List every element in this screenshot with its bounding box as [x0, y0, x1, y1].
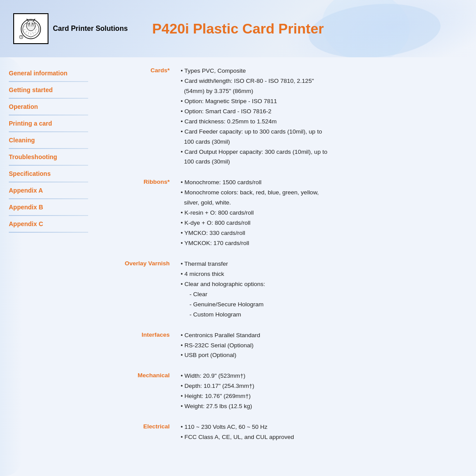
svg-point-1: [26, 20, 35, 31]
spec-electrical: Electrical 110 ~ 230 Volts AC, 60 ~ 50 H…: [106, 422, 458, 443]
list-item: Thermal transfer: [181, 259, 458, 269]
list-item: Monochrome: 1500 cards/roll: [181, 178, 458, 188]
main-content: General information Getting started Oper…: [0, 57, 476, 476]
svg-point-7: [32, 23, 33, 24]
sidebar-item-appendix-c[interactable]: Appendix C: [0, 217, 97, 231]
header: ® Card Printer Solutions P420i Plastic C…: [0, 0, 476, 57]
svg-text:®: ®: [21, 36, 22, 38]
svg-point-6: [29, 23, 30, 24]
sidebar-item-printing[interactable]: Printing a card: [0, 116, 97, 130]
list-item: 110 ~ 230 Volts AC, 60 ~ 50 Hz: [181, 422, 458, 432]
sidebar-divider: [9, 131, 88, 132]
spec-ribbons: Ribbons* Monochrome: 1500 cards/roll Mon…: [106, 178, 458, 249]
spec-details-overlay: Thermal transfer 4 microns thick Clear a…: [181, 259, 458, 320]
spec-label-overlay: Overlay Varnish: [106, 259, 176, 320]
list-item: Height: 10.76" (269mm†): [181, 391, 458, 402]
list-item: Card thickness: 0.25mm to 1.524m: [181, 117, 458, 127]
spec-overlay: Overlay Varnish Thermal transfer 4 micro…: [106, 259, 458, 320]
list-item: Card width/length: ISO CR-80 - ISO 7810,…: [181, 76, 458, 97]
list-item: Option: Smart Card - ISO 7816-2: [181, 107, 458, 117]
sidebar: General information Getting started Oper…: [0, 57, 97, 476]
list-item: K-dye + O: 800 cards/roll: [181, 218, 458, 228]
list-item: FCC Class A, CE, UL, and CUL approved: [181, 432, 458, 443]
sidebar-divider: [9, 98, 88, 99]
list-item: YMCKO: 330 cards/roll: [181, 228, 458, 238]
logo-area: ® Card Printer Solutions: [13, 13, 128, 44]
spec-details-electrical: 110 ~ 230 Volts AC, 60 ~ 50 Hz FCC Class…: [181, 422, 458, 443]
list-item: Option: Magnetic Stripe - ISO 7811: [181, 97, 458, 107]
sidebar-divider: [9, 215, 88, 216]
logo-box: ®: [13, 13, 48, 44]
list-item: Card Feeder capacity: up to 300 cards (1…: [181, 127, 458, 147]
spec-details-interfaces: Centronics Parallel Standard RS-232C Ser…: [181, 331, 458, 361]
spec-cards: Cards* Types PVC, Composite Card width/l…: [106, 66, 458, 167]
spec-label-cards: Cards*: [106, 66, 176, 167]
list-item: Width: 20.9" (523mm†): [181, 371, 458, 381]
logo-text: Card Printer Solutions: [53, 24, 128, 33]
list-item: RS-232C Serial (Optional): [181, 341, 458, 351]
sidebar-item-appendix-b[interactable]: Appendix B: [0, 200, 97, 214]
sidebar-divider: [9, 232, 88, 233]
spec-interfaces: Interfaces Centronics Parallel Standard …: [106, 331, 458, 361]
list-item: Weight: 27.5 lbs (12.5 kg): [181, 402, 458, 412]
spec-label-electrical: Electrical: [106, 422, 176, 443]
list-item: K-resin + O: 800 cards/roll: [181, 208, 458, 218]
sidebar-divider: [9, 165, 88, 166]
sidebar-item-general[interactable]: General information: [0, 66, 97, 80]
list-item: 4 microns thick: [181, 269, 458, 279]
sidebar-item-operation[interactable]: Operation: [0, 100, 97, 114]
zebra-logo-icon: ®: [18, 17, 44, 41]
list-item: Types PVC, Composite: [181, 66, 458, 76]
content-area: Cards* Types PVC, Composite Card width/l…: [97, 57, 476, 476]
list-item: Card Output Hopper capacity: 300 cards (…: [181, 147, 458, 167]
list-item: Centronics Parallel Standard: [181, 331, 458, 341]
sidebar-divider: [9, 198, 88, 199]
spec-details-mechanical: Width: 20.9" (523mm†) Depth: 10.17" (254…: [181, 371, 458, 412]
sidebar-item-cleaning[interactable]: Cleaning: [0, 133, 97, 147]
page-title: P420i Plastic Card Printer: [152, 21, 324, 37]
spec-mechanical: Mechanical Width: 20.9" (523mm†) Depth: …: [106, 371, 458, 412]
spec-label-mechanical: Mechanical: [106, 371, 176, 412]
sidebar-item-troubleshooting[interactable]: Troubleshooting: [0, 150, 97, 164]
spec-label-interfaces: Interfaces: [106, 331, 176, 361]
list-item: YMCKOK: 170 cards/roll: [181, 238, 458, 249]
list-item: USB port (Optional): [181, 350, 458, 361]
list-item: Monochrome colors: back, red, blue, gree…: [181, 188, 458, 208]
sidebar-item-specifications[interactable]: Specifications: [0, 167, 97, 181]
spec-label-ribbons: Ribbons*: [106, 178, 176, 249]
sidebar-item-appendix-a[interactable]: Appendix A: [0, 183, 97, 197]
overlay-indent: - Clear - Genuine/Secure Hologram - Cust…: [181, 290, 458, 320]
list-item: Clear and holographic options:: [181, 279, 458, 290]
sidebar-divider: [9, 148, 88, 149]
spec-details-cards: Types PVC, Composite Card width/length: …: [181, 66, 458, 167]
sidebar-item-getting-started[interactable]: Getting started: [0, 83, 97, 97]
list-item: Depth: 10.17" (254.3mm†): [181, 381, 458, 391]
spec-details-ribbons: Monochrome: 1500 cards/roll Monochrome c…: [181, 178, 458, 249]
sidebar-divider: [9, 115, 88, 115]
sidebar-divider: [9, 182, 88, 182]
sidebar-divider: [9, 81, 88, 82]
